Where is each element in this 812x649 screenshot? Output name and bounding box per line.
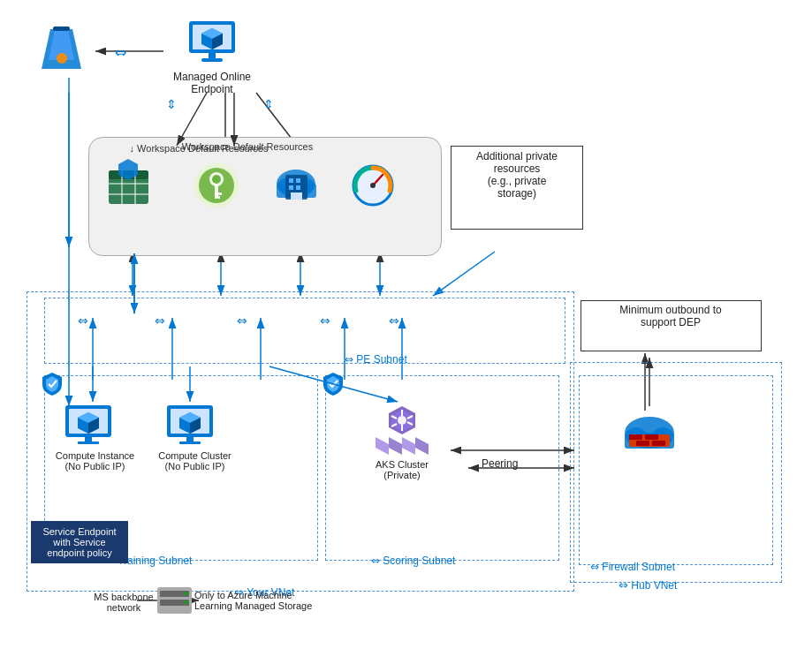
connector-top-endpoint-right: ⇕ [263,97,274,111]
svg-point-98 [185,592,188,595]
key-vault-icon [193,157,241,217]
svg-rect-65 [78,441,99,444]
svg-rect-29 [209,53,216,58]
svg-rect-43 [215,192,222,195]
additional-private-resources-label: Additional privateresources(e.g., privat… [452,150,581,200]
svg-rect-92 [645,434,658,440]
pe-connector-2: ⇔ [155,313,165,328]
pe-subnet-box [44,298,565,364]
svg-rect-44 [215,196,220,199]
firewall-subnet-label: ⇔ Firewall Subnet [590,561,675,573]
pe-connector-3: ⇔ [237,313,247,328]
pe-connector-4: ⇔ [320,313,330,328]
ms-backbone-icon [155,583,194,621]
service-endpoint-box: Service Endpointwith Serviceendpoint pol… [31,521,128,563]
container-registry-icon [272,157,321,217]
svg-rect-97 [160,600,189,606]
svg-rect-42 [215,185,218,198]
svg-marker-84 [415,437,429,455]
svg-rect-52 [289,185,293,190]
compute-cluster-icon [163,402,216,453]
aks-cluster-label: AKS Cluster(Private) [362,459,442,480]
pe-connector-1: ⇔ [78,313,88,328]
app-insights-icon [349,157,398,217]
svg-point-75 [398,416,406,425]
svg-rect-50 [289,178,293,183]
azure-ml-icon [37,25,86,80]
managed-online-endpoint-label: Managed OnlineEndpoint [168,71,256,95]
svg-marker-83 [402,437,415,455]
connector-top-ml: ⇔ [115,44,126,61]
firewall-icon [618,406,680,466]
firewall-subnet-box [579,375,773,565]
shield-icon-scoring [322,371,345,400]
only-to-azure-label: Only to Azure MachineLearning Managed St… [194,590,367,611]
storage-icon [104,157,153,217]
svg-rect-54 [291,192,302,200]
svg-rect-30 [201,58,223,62]
svg-point-58 [370,183,376,188]
svg-rect-93 [636,441,649,446]
peering-label: Peering [482,457,518,470]
pe-connector-5: ⇔ [389,313,399,328]
pe-subnet-label: ⇔ PE Subnet [345,353,407,366]
svg-point-41 [212,175,221,184]
svg-rect-64 [85,437,92,441]
scoring-subnet-label: ⇔ Scoring Subnet [371,555,455,567]
svg-rect-53 [296,185,300,190]
svg-rect-72 [179,441,201,444]
minimum-outbound-label: Minimum outbound tosupport DEP [582,304,759,328]
svg-rect-51 [296,178,300,183]
shield-icon-training [41,371,64,400]
aks-cluster-icon [371,402,433,462]
svg-line-10 [433,252,495,296]
svg-marker-85 [376,437,389,455]
diagram-container: Managed OnlineEndpoint ⇔ ⇕ ⇕ Workspace D… [0,0,812,649]
svg-point-23 [57,53,67,64]
svg-rect-71 [186,437,194,441]
svg-point-99 [185,600,188,604]
managed-online-endpoint-icon [186,16,239,72]
compute-instance-label: Compute Instance(No Public IP) [49,450,141,472]
compute-instance-icon [62,402,115,453]
svg-marker-82 [389,437,402,455]
workspace-default-resources-arrow-label: ↓ Workspace Default Resources [119,143,278,154]
ms-backbone-label: MS backbonenetwork [88,592,159,613]
svg-rect-91 [629,434,642,440]
svg-rect-96 [160,591,189,597]
scoring-subnet-box [325,375,559,561]
connector-top-endpoint-left: ⇕ [166,97,177,111]
svg-rect-22 [53,26,70,31]
compute-cluster-label: Compute Cluster(No Public IP) [148,450,241,472]
hub-vnet-label: ⇔ Hub VNet [618,578,677,592]
svg-rect-94 [652,441,665,446]
